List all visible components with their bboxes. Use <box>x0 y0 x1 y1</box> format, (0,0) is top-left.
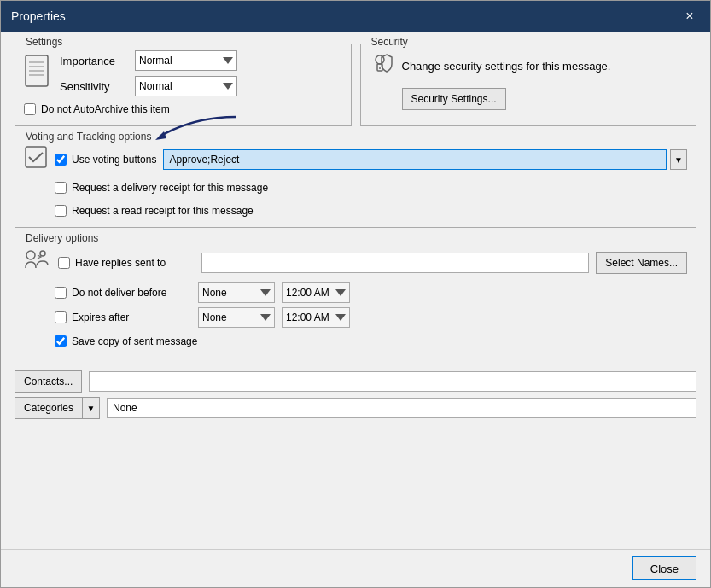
no-deliver-label: Do not deliver before <box>72 287 166 299</box>
expires-checkbox[interactable] <box>55 311 67 323</box>
save-copy-checkbox[interactable] <box>55 335 67 347</box>
delivery-section: Delivery options <box>15 240 696 358</box>
dialog-title: Properties <box>11 9 66 23</box>
voting-dropdown-arrow[interactable]: ▼ <box>670 149 687 170</box>
delivery-section-label: Delivery options <box>22 232 102 244</box>
dialog-body: Settings Importance <box>1 32 710 549</box>
sensitivity-select[interactable]: Normal Personal Private Confidential <box>135 76 237 96</box>
autoarchive-row: Do not AutoArchive this item <box>24 103 342 115</box>
use-voting-label: Use voting buttons <box>72 154 156 166</box>
top-sections: Settings Importance <box>15 44 696 126</box>
sensitivity-row: Sensitivity Normal Personal Private Conf… <box>60 76 237 96</box>
security-settings-button[interactable]: Security Settings... <box>402 88 506 110</box>
svg-point-11 <box>40 251 45 256</box>
replies-input[interactable] <box>201 253 589 273</box>
voting-check-wrapper: Use voting buttons <box>55 154 156 166</box>
settings-section-label: Settings <box>22 36 66 48</box>
security-inner: Change security settings for this messag… <box>370 50 688 110</box>
no-deliver-wrapper: Do not deliver before <box>55 287 191 299</box>
voting-icon <box>24 145 48 174</box>
settings-inner: Importance High Normal Low Sensitivity N… <box>24 50 342 96</box>
voting-inner: Use voting buttons Approve;Reject ▼ Requ… <box>24 145 687 220</box>
delivery-receipt-label: Request a delivery receipt for this mess… <box>72 182 268 194</box>
categories-button[interactable]: Categories <box>15 397 83 419</box>
bottom-rows: Contacts... Categories ▼ <box>15 370 696 419</box>
dialog-footer: Close <box>1 549 710 587</box>
read-receipt-row: Request a read receipt for this message <box>55 205 687 217</box>
save-copy-row: Save copy of sent message <box>55 335 687 347</box>
use-voting-checkbox[interactable] <box>55 154 67 166</box>
security-section-label: Security <box>368 36 411 48</box>
expires-time-select[interactable]: 12:00 AM <box>282 307 350 328</box>
title-bar: Properties × <box>1 1 710 32</box>
voting-dropdown-wrapper: Approve;Reject ▼ <box>163 149 687 170</box>
expires-wrapper: Expires after <box>55 311 191 323</box>
have-replies-checkbox[interactable] <box>58 257 70 269</box>
settings-section: Settings Importance <box>15 44 352 126</box>
properties-dialog: Properties × Settings <box>0 0 711 588</box>
voting-section: Voting and Tracking options Use voting b… <box>15 138 696 228</box>
expires-label: Expires after <box>72 311 129 323</box>
read-receipt-label: Request a read receipt for this message <box>72 205 254 217</box>
contacts-row: Contacts... <box>15 370 696 393</box>
security-description: Change security settings for this messag… <box>402 60 611 73</box>
replies-row: Have replies sent to Select Names... <box>24 247 687 278</box>
voting-section-wrapper: Voting and Tracking options Use voting b… <box>15 138 696 228</box>
voting-section-label: Voting and Tracking options <box>22 131 154 143</box>
contacts-btn-wrapper: Contacts... <box>15 370 82 393</box>
delivery-inner: Have replies sent to Select Names... Do … <box>24 247 687 351</box>
have-replies-label: Have replies sent to <box>75 257 166 269</box>
importance-select[interactable]: High Normal Low <box>135 50 237 71</box>
deliver-time-select[interactable]: 12:00 AM <box>282 282 350 303</box>
delivery-icon <box>24 247 51 278</box>
close-dialog-button[interactable]: Close <box>632 556 696 580</box>
delivery-receipt-row: Request a delivery receipt for this mess… <box>55 182 687 194</box>
sensitivity-label: Sensitivity <box>60 80 128 93</box>
expires-row: Expires after None 12:00 AM <box>55 307 687 328</box>
svg-point-10 <box>26 251 35 259</box>
security-row: Change security settings for this messag… <box>370 50 688 81</box>
no-deliver-checkbox[interactable] <box>55 287 67 299</box>
voting-value-input[interactable]: Approve;Reject <box>163 149 667 170</box>
close-icon[interactable]: × <box>679 6 700 26</box>
contacts-input[interactable] <box>89 371 696 392</box>
categories-row: Categories ▼ <box>15 397 696 419</box>
read-receipt-checkbox[interactable] <box>55 205 67 217</box>
select-names-button[interactable]: Select Names... <box>596 252 687 274</box>
no-deliver-row: Do not deliver before None 12:00 AM <box>55 282 687 303</box>
importance-row: Importance High Normal Low <box>60 50 237 71</box>
have-replies-wrapper: Have replies sent to <box>58 257 195 269</box>
contacts-button[interactable]: Contacts... <box>15 370 82 393</box>
expires-date-select[interactable]: None <box>198 307 275 328</box>
autoarchive-checkbox[interactable] <box>24 103 36 115</box>
categories-input[interactable] <box>107 398 696 418</box>
categories-dropdown-arrow[interactable]: ▼ <box>83 397 100 419</box>
delivery-receipt-checkbox[interactable] <box>55 182 67 194</box>
categories-btn-wrapper: Categories ▼ <box>15 397 100 419</box>
security-icon <box>370 50 395 81</box>
deliver-date-select[interactable]: None <box>198 282 275 303</box>
security-section: Security Change security settings for th… <box>360 44 697 126</box>
importance-label: Importance <box>60 55 128 67</box>
svg-rect-9 <box>26 147 46 167</box>
autoarchive-label: Do not AutoArchive this item <box>41 103 170 115</box>
settings-icon <box>24 54 50 94</box>
save-copy-label: Save copy of sent message <box>72 335 197 347</box>
settings-fields: Importance High Normal Low Sensitivity N… <box>60 50 237 96</box>
voting-row-top: Use voting buttons Approve;Reject ▼ <box>24 145 687 174</box>
